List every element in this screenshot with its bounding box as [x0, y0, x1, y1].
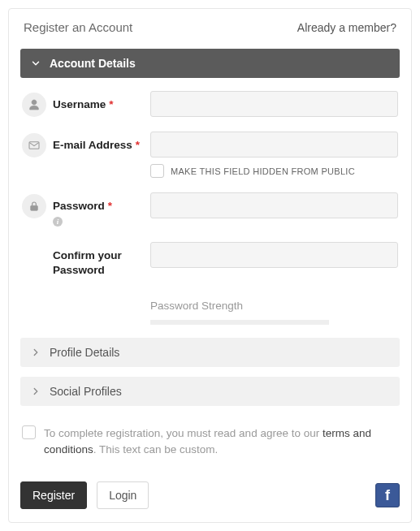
login-button[interactable]: Login [97, 481, 149, 509]
section-profile-details[interactable]: Profile Details [20, 338, 400, 367]
register-card: Register an Account Already a member? Ac… [8, 8, 412, 523]
register-button[interactable]: Register [20, 481, 87, 509]
hide-field-label: MAKE THIS FIELD HIDDEN FROM PUBLIC [171, 166, 355, 176]
page-title: Register an Account [24, 20, 132, 34]
strength-meter [150, 320, 329, 325]
user-icon [22, 93, 46, 117]
facebook-button[interactable]: f [375, 483, 400, 507]
lock-icon [22, 194, 46, 218]
chevron-right-icon [30, 386, 41, 397]
confirm-password-input[interactable] [150, 242, 398, 268]
row-username: Username* [22, 91, 398, 117]
hide-field-row: MAKE THIS FIELD HIDDEN FROM PUBLIC [150, 164, 398, 178]
section-label: Social Profiles [50, 385, 122, 398]
chevron-right-icon [30, 347, 41, 358]
section-label: Profile Details [50, 346, 119, 359]
strength-label: Password Strength [150, 300, 398, 312]
chevron-down-icon [30, 58, 41, 69]
section-label: Account Details [50, 57, 136, 70]
facebook-icon: f [385, 487, 390, 504]
row-confirm-password: Confirm your Password [22, 242, 398, 277]
row-email: E-mail Address* MAKE THIS FIELD HIDDEN F… [22, 132, 398, 178]
section-account-details[interactable]: Account Details [20, 49, 400, 78]
label-username: Username* [53, 91, 150, 112]
already-member-link[interactable]: Already a member? [297, 21, 396, 34]
card-body: Account Details Username* [9, 49, 411, 457]
account-form: Username* E-mail Address* M [20, 91, 400, 325]
password-input[interactable] [150, 192, 398, 218]
footer: Register Login f [20, 481, 400, 509]
terms-row: To complete registration, you must read … [20, 421, 400, 457]
row-strength: Password Strength [22, 291, 398, 325]
envelope-icon [22, 133, 46, 158]
label-email: E-mail Address* [53, 132, 150, 153]
username-input[interactable] [150, 91, 398, 117]
hide-field-checkbox[interactable] [150, 164, 164, 178]
section-social-profiles[interactable]: Social Profiles [20, 377, 400, 406]
label-confirm-password: Confirm your Password [53, 242, 150, 277]
terms-text: To complete registration, you must read … [44, 425, 398, 457]
row-password: Password* i [22, 192, 398, 227]
email-input[interactable] [150, 132, 398, 158]
terms-checkbox[interactable] [22, 425, 36, 439]
info-icon: i [53, 217, 63, 227]
label-password: Password* i [53, 192, 150, 227]
svg-rect-1 [31, 205, 38, 210]
svg-rect-0 [29, 142, 39, 149]
collapsed-sections: Profile Details Social Profiles [20, 338, 400, 406]
card-header: Register an Account Already a member? [9, 9, 411, 49]
